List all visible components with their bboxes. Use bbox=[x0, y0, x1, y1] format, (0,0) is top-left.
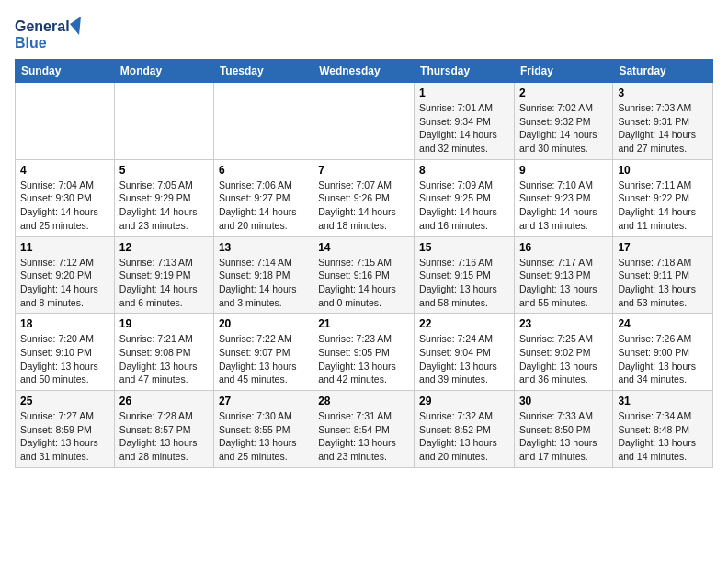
calendar-cell: 8Sunrise: 7:09 AM Sunset: 9:25 PM Daylig… bbox=[415, 159, 515, 236]
cell-content: Sunrise: 7:26 AM Sunset: 9:00 PM Dayligh… bbox=[618, 332, 708, 386]
calendar-cell: 19Sunrise: 7:21 AM Sunset: 9:08 PM Dayli… bbox=[114, 314, 213, 391]
col-header-sunday: Sunday bbox=[16, 60, 115, 83]
calendar-cell: 5Sunrise: 7:05 AM Sunset: 9:29 PM Daylig… bbox=[114, 159, 213, 236]
cell-content: Sunrise: 7:21 AM Sunset: 9:08 PM Dayligh… bbox=[119, 332, 209, 386]
calendar-cell: 28Sunrise: 7:31 AM Sunset: 8:54 PM Dayli… bbox=[313, 391, 415, 468]
calendar-cell bbox=[213, 83, 313, 160]
svg-marker-2 bbox=[70, 17, 81, 35]
cell-content: Sunrise: 7:14 AM Sunset: 9:18 PM Dayligh… bbox=[219, 256, 308, 310]
week-row-3: 11Sunrise: 7:12 AM Sunset: 9:20 PM Dayli… bbox=[16, 236, 713, 314]
week-row-5: 25Sunrise: 7:27 AM Sunset: 8:59 PM Dayli… bbox=[16, 391, 713, 468]
cell-content: Sunrise: 7:22 AM Sunset: 9:07 PM Dayligh… bbox=[219, 332, 308, 386]
cell-content: Sunrise: 7:03 AM Sunset: 9:31 PM Dayligh… bbox=[618, 101, 708, 155]
logo-icon: GeneralBlue bbox=[15, 15, 88, 52]
logo: GeneralBlue bbox=[15, 15, 92, 52]
day-number: 18 bbox=[20, 317, 109, 330]
day-number: 17 bbox=[618, 241, 708, 254]
day-number: 13 bbox=[219, 241, 308, 254]
col-header-monday: Monday bbox=[114, 60, 213, 83]
day-number: 12 bbox=[119, 241, 209, 254]
calendar-cell bbox=[16, 83, 115, 160]
day-number: 26 bbox=[119, 395, 209, 408]
day-number: 8 bbox=[419, 164, 509, 177]
cell-content: Sunrise: 7:04 AM Sunset: 9:30 PM Dayligh… bbox=[20, 178, 109, 233]
day-number: 27 bbox=[219, 395, 308, 408]
cell-content: Sunrise: 7:30 AM Sunset: 8:55 PM Dayligh… bbox=[219, 409, 308, 464]
day-number: 23 bbox=[519, 317, 608, 330]
week-row-1: 1Sunrise: 7:01 AM Sunset: 9:34 PM Daylig… bbox=[16, 83, 713, 160]
calendar-cell: 3Sunrise: 7:03 AM Sunset: 9:31 PM Daylig… bbox=[613, 83, 713, 160]
calendar-cell: 7Sunrise: 7:07 AM Sunset: 9:26 PM Daylig… bbox=[313, 159, 415, 236]
cell-content: Sunrise: 7:16 AM Sunset: 9:15 PM Dayligh… bbox=[419, 256, 509, 310]
calendar-cell: 2Sunrise: 7:02 AM Sunset: 9:32 PM Daylig… bbox=[514, 83, 612, 160]
day-number: 1 bbox=[419, 86, 509, 99]
calendar-cell: 10Sunrise: 7:11 AM Sunset: 9:22 PM Dayli… bbox=[613, 159, 713, 236]
calendar-cell: 29Sunrise: 7:32 AM Sunset: 8:52 PM Dayli… bbox=[415, 391, 515, 468]
calendar-cell: 23Sunrise: 7:25 AM Sunset: 9:02 PM Dayli… bbox=[514, 314, 612, 391]
calendar-cell: 11Sunrise: 7:12 AM Sunset: 9:20 PM Dayli… bbox=[16, 236, 115, 314]
calendar-cell: 27Sunrise: 7:30 AM Sunset: 8:55 PM Dayli… bbox=[213, 391, 313, 468]
calendar-cell: 18Sunrise: 7:20 AM Sunset: 9:10 PM Dayli… bbox=[16, 314, 115, 391]
calendar-cell: 13Sunrise: 7:14 AM Sunset: 9:18 PM Dayli… bbox=[213, 236, 313, 314]
calendar-cell: 30Sunrise: 7:33 AM Sunset: 8:50 PM Dayli… bbox=[514, 391, 612, 468]
col-header-wednesday: Wednesday bbox=[313, 60, 415, 83]
calendar-cell: 25Sunrise: 7:27 AM Sunset: 8:59 PM Dayli… bbox=[16, 391, 115, 468]
week-row-2: 4Sunrise: 7:04 AM Sunset: 9:30 PM Daylig… bbox=[16, 159, 713, 236]
day-number: 30 bbox=[519, 395, 608, 408]
svg-text:General: General bbox=[15, 18, 70, 34]
day-number: 21 bbox=[318, 317, 409, 330]
cell-content: Sunrise: 7:05 AM Sunset: 9:29 PM Dayligh… bbox=[119, 178, 209, 233]
col-header-tuesday: Tuesday bbox=[213, 60, 313, 83]
cell-content: Sunrise: 7:15 AM Sunset: 9:16 PM Dayligh… bbox=[318, 256, 409, 310]
calendar-cell: 12Sunrise: 7:13 AM Sunset: 9:19 PM Dayli… bbox=[114, 236, 213, 314]
calendar-cell: 9Sunrise: 7:10 AM Sunset: 9:23 PM Daylig… bbox=[514, 159, 612, 236]
cell-content: Sunrise: 7:01 AM Sunset: 9:34 PM Dayligh… bbox=[419, 101, 509, 155]
day-number: 10 bbox=[618, 164, 708, 177]
day-number: 6 bbox=[219, 164, 308, 177]
cell-content: Sunrise: 7:06 AM Sunset: 9:27 PM Dayligh… bbox=[219, 178, 308, 233]
day-number: 29 bbox=[419, 395, 509, 408]
calendar-cell: 1Sunrise: 7:01 AM Sunset: 9:34 PM Daylig… bbox=[415, 83, 515, 160]
cell-content: Sunrise: 7:11 AM Sunset: 9:22 PM Dayligh… bbox=[618, 178, 708, 233]
calendar-cell bbox=[114, 83, 213, 160]
day-number: 25 bbox=[20, 395, 109, 408]
calendar-cell: 22Sunrise: 7:24 AM Sunset: 9:04 PM Dayli… bbox=[415, 314, 515, 391]
cell-content: Sunrise: 7:09 AM Sunset: 9:25 PM Dayligh… bbox=[419, 178, 509, 233]
cell-content: Sunrise: 7:17 AM Sunset: 9:13 PM Dayligh… bbox=[519, 256, 608, 310]
col-header-thursday: Thursday bbox=[415, 60, 515, 83]
calendar-cell: 17Sunrise: 7:18 AM Sunset: 9:11 PM Dayli… bbox=[613, 236, 713, 314]
day-number: 14 bbox=[318, 241, 409, 254]
cell-content: Sunrise: 7:25 AM Sunset: 9:02 PM Dayligh… bbox=[519, 332, 608, 386]
day-number: 20 bbox=[219, 317, 308, 330]
col-header-friday: Friday bbox=[514, 60, 612, 83]
cell-content: Sunrise: 7:34 AM Sunset: 8:48 PM Dayligh… bbox=[618, 409, 708, 464]
day-number: 22 bbox=[419, 317, 509, 330]
day-number: 19 bbox=[119, 317, 209, 330]
svg-text:Blue: Blue bbox=[15, 35, 47, 51]
col-header-saturday: Saturday bbox=[613, 60, 713, 83]
page-header: GeneralBlue bbox=[15, 15, 713, 52]
calendar-cell: 4Sunrise: 7:04 AM Sunset: 9:30 PM Daylig… bbox=[16, 159, 115, 236]
cell-content: Sunrise: 7:32 AM Sunset: 8:52 PM Dayligh… bbox=[419, 409, 509, 464]
day-number: 16 bbox=[519, 241, 608, 254]
day-number: 7 bbox=[318, 164, 409, 177]
cell-content: Sunrise: 7:27 AM Sunset: 8:59 PM Dayligh… bbox=[20, 409, 109, 464]
cell-content: Sunrise: 7:28 AM Sunset: 8:57 PM Dayligh… bbox=[119, 409, 209, 464]
cell-content: Sunrise: 7:12 AM Sunset: 9:20 PM Dayligh… bbox=[20, 256, 109, 310]
calendar-cell bbox=[313, 83, 415, 160]
calendar-table: SundayMondayTuesdayWednesdayThursdayFrid… bbox=[15, 59, 713, 468]
calendar-cell: 15Sunrise: 7:16 AM Sunset: 9:15 PM Dayli… bbox=[415, 236, 515, 314]
day-number: 24 bbox=[618, 317, 708, 330]
day-number: 2 bbox=[519, 86, 608, 99]
calendar-cell: 24Sunrise: 7:26 AM Sunset: 9:00 PM Dayli… bbox=[613, 314, 713, 391]
calendar-cell: 26Sunrise: 7:28 AM Sunset: 8:57 PM Dayli… bbox=[114, 391, 213, 468]
day-number: 3 bbox=[618, 86, 708, 99]
cell-content: Sunrise: 7:07 AM Sunset: 9:26 PM Dayligh… bbox=[318, 178, 409, 233]
cell-content: Sunrise: 7:13 AM Sunset: 9:19 PM Dayligh… bbox=[119, 256, 209, 310]
day-number: 4 bbox=[20, 164, 109, 177]
day-number: 31 bbox=[618, 395, 708, 408]
cell-content: Sunrise: 7:18 AM Sunset: 9:11 PM Dayligh… bbox=[618, 256, 708, 310]
cell-content: Sunrise: 7:33 AM Sunset: 8:50 PM Dayligh… bbox=[519, 409, 608, 464]
cell-content: Sunrise: 7:24 AM Sunset: 9:04 PM Dayligh… bbox=[419, 332, 509, 386]
cell-content: Sunrise: 7:23 AM Sunset: 9:05 PM Dayligh… bbox=[318, 332, 409, 386]
